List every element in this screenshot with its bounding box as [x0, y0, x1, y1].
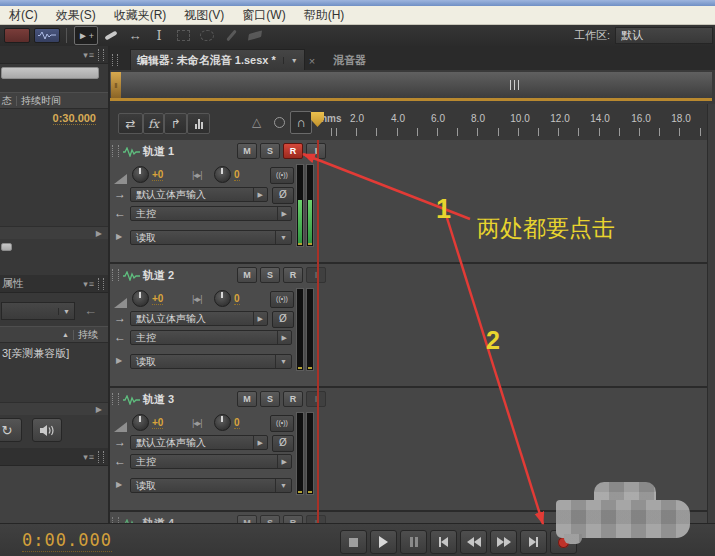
lasso-tool[interactable] — [196, 27, 218, 44]
input-monitor-button[interactable]: I — [306, 391, 326, 407]
volume-value[interactable]: +0 — [152, 169, 163, 181]
track-name[interactable]: 轨道 1 — [143, 144, 174, 159]
output-dropdown[interactable]: 主控▶ — [130, 330, 292, 345]
automation-dropdown[interactable]: 读取▼ — [130, 230, 292, 245]
timeline-ruler[interactable]: hms 2.0 4.0 6.0 8.0 10.0 12.0 14.0 16.0 … — [318, 104, 707, 140]
solo-button[interactable]: S — [260, 267, 280, 283]
menu-view[interactable]: 视图(V) — [175, 7, 233, 24]
collapse-icon[interactable]: ▶ — [116, 232, 122, 241]
sends-toggle-button[interactable]: ((•)) — [270, 415, 294, 432]
column-duration[interactable]: 持续时间 — [21, 94, 61, 108]
solo-button[interactable]: S — [260, 391, 280, 407]
eq-button[interactable] — [187, 113, 210, 134]
track-drag-handle[interactable] — [112, 145, 119, 157]
volume-knob[interactable] — [132, 414, 149, 431]
workspace-dropdown[interactable]: 默认 — [615, 27, 713, 44]
panel-grip[interactable] — [112, 54, 118, 66]
collapse-icon[interactable]: ▶ — [116, 356, 122, 365]
chevron-down-icon[interactable]: ▼ — [283, 57, 298, 64]
media-list-item[interactable]: 3[亲测兼容版] — [2, 346, 69, 361]
mute-button[interactable]: M — [237, 515, 257, 523]
track-name[interactable]: 轨道 3 — [143, 392, 174, 407]
output-dropdown[interactable]: 主控▶ — [130, 206, 292, 221]
track-drag-handle[interactable] — [112, 269, 119, 281]
brush-tool[interactable] — [220, 27, 242, 44]
panel-grip[interactable] — [98, 451, 104, 463]
pan-value[interactable]: 0 — [234, 169, 240, 181]
pan-knob[interactable] — [214, 166, 231, 183]
media-filter-dropdown[interactable]: ▼ — [1, 302, 75, 320]
mute-button[interactable]: M — [237, 143, 257, 159]
tab-mixer[interactable]: 混音器 — [321, 50, 378, 70]
record-arm-button[interactable]: R — [283, 267, 303, 283]
files-hscrollbar[interactable] — [1, 67, 99, 79]
panel-menu-icon[interactable]: ▾≡ — [83, 279, 95, 289]
input-dropdown[interactable]: 默认立体声输入▶ — [130, 311, 268, 326]
scroll-right-icon[interactable]: ▶ — [96, 405, 102, 414]
fast-forward-button[interactable] — [490, 530, 517, 554]
sends-toggle-button[interactable]: ((•)) — [270, 167, 294, 184]
sends-button[interactable]: ↱ — [164, 113, 187, 134]
input-monitor-button[interactable]: I — [306, 267, 326, 283]
metronome-icon[interactable]: △ — [252, 115, 261, 129]
auto-play-button[interactable] — [32, 418, 62, 442]
automation-dropdown[interactable]: 读取▼ — [130, 478, 292, 493]
io-routing-button[interactable]: ⇄ — [118, 113, 143, 134]
marquee-tool[interactable] — [172, 27, 194, 44]
sort-up-icon[interactable]: ▲ — [62, 331, 69, 338]
track-name[interactable]: 轨道 4 — [143, 516, 174, 523]
pan-value[interactable]: 0 — [234, 293, 240, 305]
eraser-tool[interactable] — [244, 27, 266, 44]
sort-column-label[interactable]: 持续 — [78, 328, 98, 342]
volume-knob[interactable] — [132, 166, 149, 183]
panel-grip[interactable] — [98, 278, 104, 290]
panel-grip[interactable] — [98, 49, 104, 61]
menu-clip[interactable]: 材(C) — [0, 7, 47, 24]
sends-toggle-button[interactable]: ((•)) — [270, 291, 294, 308]
track-divider[interactable] — [110, 262, 707, 264]
multitrack-view-button[interactable] — [34, 28, 60, 43]
waveform-view-button[interactable] — [4, 28, 30, 43]
tab-close-icon[interactable]: × — [309, 55, 315, 67]
loop-playback-button[interactable]: ↻ — [0, 418, 22, 442]
input-monitor-button[interactable]: I — [306, 143, 326, 159]
slip-tool[interactable]: ↔ — [124, 27, 146, 44]
rewind-button[interactable] — [460, 530, 487, 554]
media-panel-tab[interactable]: 属性 — [2, 276, 24, 291]
input-monitor-button[interactable]: I — [306, 515, 326, 523]
menu-window[interactable]: 窗口(W) — [233, 7, 294, 24]
solo-button[interactable]: S — [260, 515, 280, 523]
tab-editor[interactable]: 编辑器: 未命名混音 1.sesx * ▼ — [130, 49, 305, 70]
navigator-grip[interactable] — [510, 80, 522, 90]
input-dropdown[interactable]: 默认立体声输入▶ — [130, 187, 268, 202]
back-arrow-icon[interactable]: ← — [84, 303, 97, 318]
skip-end-button[interactable] — [520, 530, 547, 554]
track-drag-handle[interactable] — [112, 393, 119, 405]
timer-icon[interactable] — [274, 115, 285, 128]
pan-knob[interactable] — [214, 290, 231, 307]
automation-dropdown[interactable]: 读取▼ — [130, 354, 292, 369]
zoom-navigator-bar[interactable]: ‖ — [110, 72, 712, 101]
volume-knob[interactable] — [132, 290, 149, 307]
menu-favorites[interactable]: 收藏夹(R) — [105, 7, 176, 24]
column-state[interactable]: 态 — [2, 94, 12, 108]
pause-button[interactable] — [400, 530, 427, 554]
move-tool[interactable]: ►+ — [74, 26, 98, 45]
scroll-right-icon[interactable]: ▶ — [96, 229, 102, 238]
play-button[interactable] — [370, 530, 397, 554]
track-divider[interactable] — [110, 386, 707, 388]
record-arm-button[interactable]: R — [283, 515, 303, 523]
navigator-left-handle[interactable]: ‖ — [111, 72, 121, 98]
pan-knob[interactable] — [214, 414, 231, 431]
time-display[interactable]: 0:00.000 — [22, 530, 112, 552]
text-tool[interactable]: I — [148, 27, 170, 44]
right-scroll-strip[interactable] — [707, 104, 715, 523]
stop-button[interactable] — [340, 530, 367, 554]
files-hscroll-thumb[interactable] — [1, 243, 12, 251]
solo-button[interactable]: S — [260, 143, 280, 159]
skip-start-button[interactable] — [430, 530, 457, 554]
menu-effects[interactable]: 效果(S) — [47, 7, 105, 24]
snap-magnet-button[interactable]: ∩ — [290, 111, 312, 134]
volume-value[interactable]: +0 — [152, 417, 163, 429]
input-dropdown[interactable]: 默认立体声输入▶ — [130, 435, 268, 450]
